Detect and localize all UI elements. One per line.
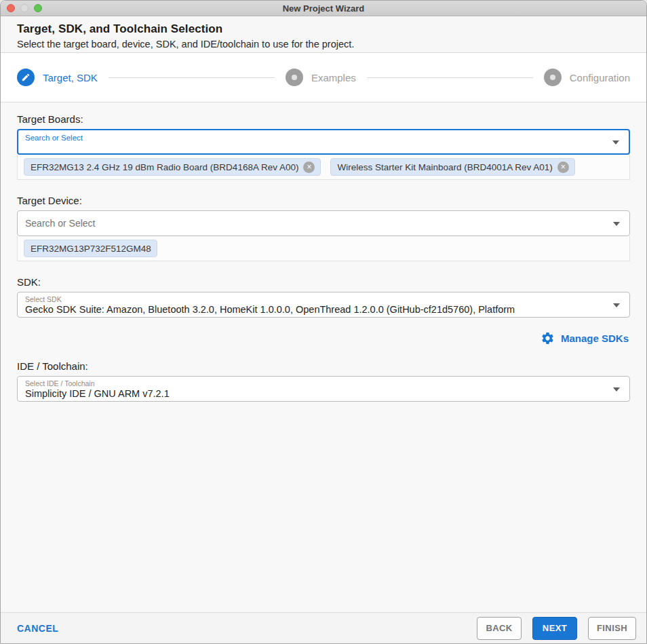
new-project-wizard-window: New Project Wizard Target, SDK, and Tool… <box>0 0 647 644</box>
chevron-down-icon[interactable] <box>613 387 620 392</box>
remove-chip-icon[interactable]: × <box>557 162 569 173</box>
step-target-sdk[interactable]: Target, SDK <box>17 69 98 86</box>
chip-label: Wireless Starter Kit Mainboard (BRD4001A… <box>337 162 552 172</box>
step-label: Configuration <box>570 72 630 83</box>
back-button[interactable]: BACK <box>477 617 522 640</box>
window-controls <box>7 1 42 16</box>
finish-button[interactable]: FINISH <box>588 617 636 640</box>
next-button[interactable]: NEXT <box>532 617 577 640</box>
target-device-section: Target Device: Search or Select EFR32MG1… <box>17 195 630 261</box>
step-configuration[interactable]: Configuration <box>544 69 630 86</box>
step-label: Target, SDK <box>43 72 98 83</box>
chip-label: EFR32MG13P732F512GM48 <box>31 244 151 254</box>
target-boards-chips: EFR32MG13 2.4 GHz 19 dBm Radio Board (BR… <box>17 155 630 180</box>
wizard-footer: CANCEL BACK NEXT FINISH <box>1 612 646 643</box>
zoom-window-button[interactable] <box>34 4 42 12</box>
board-chip: EFR32MG13 2.4 GHz 19 dBm Radio Board (BR… <box>24 158 321 176</box>
stepper-connector <box>109 77 275 78</box>
ide-toolchain-select-value: Simplicity IDE / GNU ARM v7.2.1 <box>25 388 606 400</box>
chevron-down-icon[interactable] <box>612 140 619 145</box>
step-label: Examples <box>311 72 356 83</box>
pencil-icon <box>17 69 35 86</box>
chevron-down-icon[interactable] <box>613 222 620 226</box>
target-device-chips: EFR32MG13P732F512GM48 <box>17 236 630 261</box>
chip-label: EFR32MG13 2.4 GHz 19 dBm Radio Board (BR… <box>31 162 298 172</box>
device-chip: EFR32MG13P732F512GM48 <box>24 240 157 257</box>
manage-sdks-row: Manage SDKs <box>17 331 629 345</box>
minimize-window-button <box>20 4 28 12</box>
target-device-search-placeholder: Search or Select <box>25 213 606 233</box>
stepper-connector <box>367 77 533 78</box>
wizard-content: Target Boards: Search or Select EFR32MG1… <box>1 102 646 612</box>
chevron-down-icon[interactable] <box>613 303 620 307</box>
ide-toolchain-label: IDE / Toolchain: <box>17 360 630 372</box>
page-subtitle: Select the target board, device, SDK, an… <box>17 39 630 50</box>
footer-buttons: BACK NEXT FINISH <box>477 617 636 640</box>
remove-chip-icon[interactable]: × <box>303 162 315 173</box>
close-window-button[interactable] <box>7 4 15 12</box>
sdk-select[interactable]: Select SDK Gecko SDK Suite: Amazon, Blue… <box>17 292 630 318</box>
target-device-label: Target Device: <box>17 195 630 206</box>
target-boards-combobox[interactable]: Search or Select <box>17 129 630 155</box>
titlebar: New Project Wizard <box>1 1 646 16</box>
wizard-stepper: Target, SDK Examples Configuration <box>1 53 646 102</box>
page-title: Target, SDK, and Toolchain Selection <box>17 22 630 36</box>
target-boards-search-placeholder: Search or Select <box>25 132 606 143</box>
sdk-label: SDK: <box>17 276 630 288</box>
ide-toolchain-select[interactable]: Select IDE / Toolchain Simplicity IDE / … <box>17 376 630 402</box>
target-boards-section: Target Boards: Search or Select EFR32MG1… <box>17 113 630 180</box>
ide-toolchain-select-label: Select IDE / Toolchain <box>25 379 606 388</box>
board-chip: Wireless Starter Kit Mainboard (BRD4001A… <box>330 158 574 176</box>
cancel-button[interactable]: CANCEL <box>17 623 58 634</box>
manage-sdks-label: Manage SDKs <box>561 333 629 344</box>
wizard-header: Target, SDK, and Toolchain Selection Sel… <box>1 16 646 53</box>
step-examples[interactable]: Examples <box>286 69 356 86</box>
sdk-select-label: Select SDK <box>25 295 606 304</box>
step-dot-icon <box>544 69 562 86</box>
target-boards-label: Target Boards: <box>17 113 630 125</box>
sdk-select-value: Gecko SDK Suite: Amazon, Bluetooth 3.2.0… <box>25 304 606 316</box>
sdk-section: SDK: Select SDK Gecko SDK Suite: Amazon,… <box>17 276 630 345</box>
step-dot-icon <box>286 69 303 86</box>
gear-icon <box>541 331 555 345</box>
manage-sdks-button[interactable]: Manage SDKs <box>541 331 629 345</box>
target-device-combobox[interactable]: Search or Select <box>17 210 630 236</box>
window-title: New Project Wizard <box>1 3 646 14</box>
ide-toolchain-section: IDE / Toolchain: Select IDE / Toolchain … <box>17 360 630 402</box>
